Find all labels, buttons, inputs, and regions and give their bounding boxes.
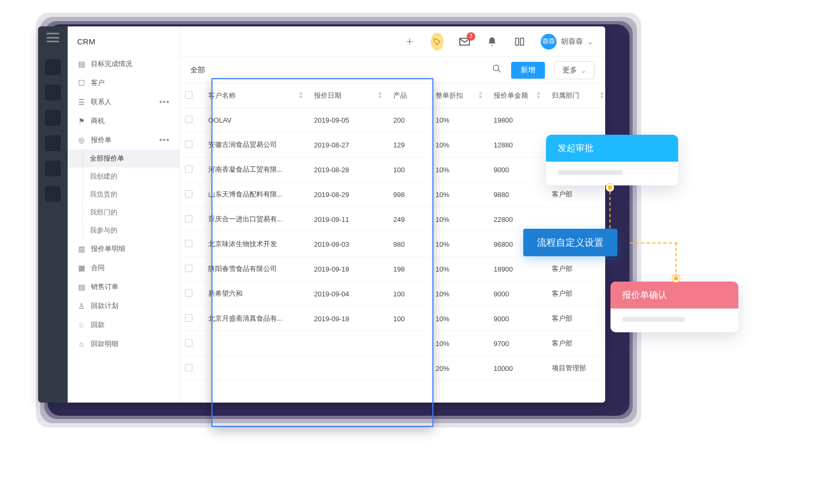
rail-item[interactable] bbox=[45, 161, 61, 176]
search-icon[interactable] bbox=[492, 64, 502, 76]
cell-product: 100 bbox=[388, 306, 430, 331]
hamburger-icon[interactable] bbox=[47, 33, 59, 42]
filter-label[interactable]: 全部 bbox=[190, 66, 205, 75]
nav-rail bbox=[38, 26, 68, 403]
row-checkbox[interactable] bbox=[185, 339, 192, 347]
cell-product: 998 bbox=[388, 182, 430, 207]
sidebar-sub-responsible[interactable]: 我负责的 bbox=[68, 185, 179, 203]
table-row[interactable]: 20%10000项目管理部 bbox=[180, 356, 605, 381]
tag-icon[interactable] bbox=[431, 35, 443, 48]
notification-badge: 3 bbox=[467, 32, 475, 41]
rail-item[interactable] bbox=[45, 110, 61, 126]
sidebar-item-sales-orders[interactable]: ▤ 销售订单 bbox=[68, 277, 179, 296]
cell-product: 100 bbox=[388, 282, 430, 306]
sort-icon: ▲▼ bbox=[599, 91, 605, 99]
col-department[interactable]: 归属部门▲▼ bbox=[547, 83, 605, 108]
cell-department: 客户部 bbox=[547, 306, 605, 331]
select-all-checkbox[interactable] bbox=[185, 91, 192, 99]
more-button[interactable]: 更多 ⌄ bbox=[554, 61, 595, 79]
sidebar-item-label: 回款明细 bbox=[91, 339, 118, 349]
sidebar-item-payments[interactable]: ♘ 回款 bbox=[68, 315, 179, 334]
table-row[interactable]: 新希望六和2019-09-0410010%9000客户部 bbox=[180, 282, 605, 306]
plus-icon[interactable]: + bbox=[403, 35, 416, 48]
sidebar-item-opportunities[interactable]: ⚑ 商机 bbox=[68, 111, 179, 130]
row-checkbox[interactable] bbox=[185, 290, 192, 297]
sort-icon: ▲▼ bbox=[298, 91, 303, 99]
table-row[interactable]: 陕阳春雪食品有限公司2019-09-1919810%18900客户部 bbox=[180, 257, 605, 282]
user-menu[interactable]: 蓉蓉 胡蓉蓉 ⌄ bbox=[541, 34, 594, 50]
mail-icon[interactable]: 3 bbox=[458, 35, 471, 48]
flag-icon: ⚑ bbox=[77, 117, 86, 125]
sidebar-sub-participated[interactable]: 我参与的 bbox=[68, 221, 179, 239]
cell-discount: 10% bbox=[430, 207, 488, 232]
cell-product: 100 bbox=[388, 157, 430, 182]
table-row[interactable]: 安徽古润食品贸易公司2019-08-2712910%12880 bbox=[180, 133, 605, 157]
user-name: 胡蓉蓉 bbox=[561, 37, 583, 46]
cell-quote-date: 2019-08-28 bbox=[309, 157, 388, 182]
row-checkbox[interactable] bbox=[185, 165, 192, 173]
sidebar-item-customers[interactable]: ☐ 客户 bbox=[68, 73, 179, 92]
more-icon[interactable]: ••• bbox=[159, 135, 170, 145]
cell-amount: 10000 bbox=[488, 356, 547, 381]
cell-quote-date: 2019-09-03 bbox=[309, 232, 388, 257]
new-button[interactable]: 新增 bbox=[511, 62, 545, 79]
cell-department: 项目管理部 bbox=[547, 356, 605, 381]
bell-icon[interactable] bbox=[486, 35, 498, 48]
col-quote-date[interactable]: 报价日期▲▼ bbox=[309, 83, 388, 108]
table-row[interactable]: OOLAV2019-09-0520010%19800 bbox=[180, 108, 605, 133]
col-product[interactable]: 产品 bbox=[388, 83, 430, 108]
cell-product: 198 bbox=[388, 257, 430, 282]
sidebar-item-label: 合同 bbox=[91, 263, 105, 273]
table-row[interactable]: 山东天博食品配料有限...2019-08-2999810%9880客户部 bbox=[180, 182, 605, 207]
cell-amount: 19800 bbox=[488, 108, 547, 133]
table-row[interactable]: 河南香凝食品工贸有限...2019-08-2810010%9000 bbox=[180, 157, 605, 182]
sidebar-item-label: 回款计划 bbox=[91, 301, 118, 311]
sidebar-sub-department[interactable]: 我部门的 bbox=[68, 203, 179, 221]
row-checkbox[interactable] bbox=[185, 240, 192, 247]
cell-quote-date: 2019-09-04 bbox=[309, 282, 388, 306]
cell-customer-name bbox=[203, 356, 309, 381]
row-checkbox[interactable] bbox=[185, 116, 192, 123]
cell-product: 980 bbox=[388, 232, 430, 257]
row-checkbox[interactable] bbox=[185, 141, 192, 148]
row-checkbox[interactable] bbox=[185, 215, 192, 222]
sidebar-item-goals[interactable]: ▤ 目标完成情况 bbox=[68, 54, 179, 73]
col-discount[interactable]: 整单折扣▲▼ bbox=[430, 83, 488, 108]
rail-item[interactable] bbox=[45, 186, 61, 202]
cell-amount: 9000 bbox=[488, 306, 547, 331]
cell-amount: 22800 bbox=[488, 207, 547, 232]
sort-icon: ▲▼ bbox=[536, 91, 541, 99]
sidebar-item-quote-details[interactable]: ▥ 报价单明细 bbox=[68, 239, 179, 258]
book-icon[interactable] bbox=[513, 35, 526, 48]
sidebar-item-quotations[interactable]: ◎ 报价单 ••• bbox=[68, 130, 179, 150]
sidebar-item-label: 报价单 bbox=[91, 135, 112, 145]
rail-item[interactable] bbox=[45, 59, 61, 75]
table-row[interactable]: 北京月盛斋清真食品有...2019-09-1910010%9000客户部 bbox=[180, 306, 605, 331]
sidebar-sub-created[interactable]: 我创建的 bbox=[68, 167, 179, 185]
callout-title: 发起审批 bbox=[546, 135, 678, 162]
table-row[interactable]: 10%9700客户部 bbox=[180, 331, 605, 356]
cell-department: 客户部 bbox=[547, 182, 605, 207]
row-checkbox[interactable] bbox=[185, 190, 192, 198]
sidebar-item-payment-details[interactable]: ⌂ 回款明细 bbox=[68, 334, 179, 353]
row-checkbox[interactable] bbox=[185, 265, 192, 272]
rail-item[interactable] bbox=[45, 135, 61, 151]
cell-discount: 10% bbox=[430, 282, 488, 306]
cell-quote-date: 2019-09-19 bbox=[309, 257, 388, 282]
table-row[interactable]: 重庆合一进出口贸易有...2019-09-1124910%22800 bbox=[180, 207, 605, 232]
row-checkbox[interactable] bbox=[185, 314, 192, 322]
col-customer-name[interactable]: 客户名称▲▼ bbox=[203, 83, 309, 108]
rail-item[interactable] bbox=[45, 85, 61, 100]
sidebar-sub-all-quotes[interactable]: 全部报价单 bbox=[68, 150, 179, 167]
more-icon[interactable]: ••• bbox=[159, 97, 170, 107]
cell-customer-name: 安徽古润食品贸易公司 bbox=[203, 133, 309, 157]
connector-line bbox=[630, 242, 678, 244]
sidebar-item-payment-plan[interactable]: ♙ 回款计划 bbox=[68, 296, 179, 315]
sidebar-item-contacts[interactable]: ☰ 联系人 ••• bbox=[68, 92, 179, 111]
col-amount[interactable]: 报价单金额▲▼ bbox=[488, 83, 547, 108]
sidebar-item-contracts[interactable]: ▦ 合同 bbox=[68, 258, 179, 277]
cell-amount: 9000 bbox=[488, 282, 547, 306]
row-checkbox[interactable] bbox=[185, 364, 192, 371]
cell-amount: 9880 bbox=[488, 182, 547, 207]
sidebar-item-label: 回款 bbox=[91, 320, 105, 330]
